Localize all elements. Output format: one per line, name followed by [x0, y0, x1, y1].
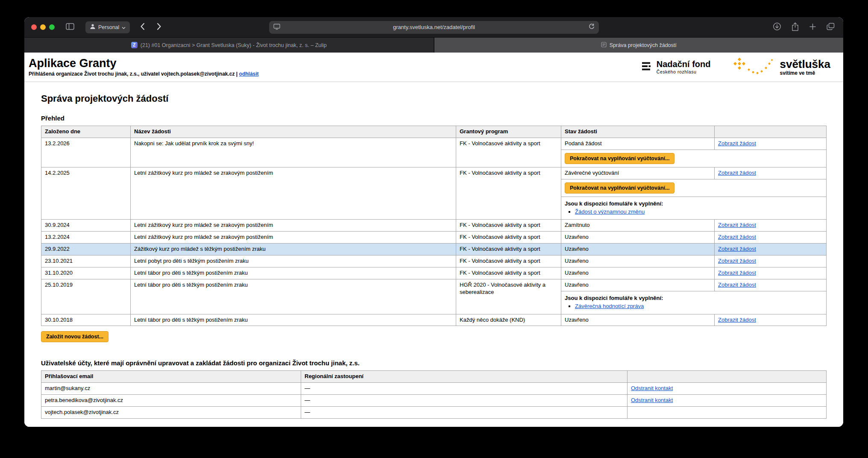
downloads-button[interactable] [771, 21, 783, 34]
svetluska-line1: světluška [780, 59, 830, 70]
cell-status: Uzavřeno [561, 244, 715, 255]
browser-titlebar: Personal granty.svetluska.net/zadatel/pr… [24, 17, 843, 37]
view-application-link[interactable]: Zobrazit žádost [718, 317, 756, 323]
cell-application-name: Letní zážitkový kurz pro mládež se zrako… [131, 232, 456, 244]
view-application-link[interactable]: Zobrazit žádost [718, 234, 756, 240]
cell-email: petra.benedikova@zivotjinak.cz [41, 395, 301, 407]
accounts-column-header [628, 371, 827, 383]
continue-settlement-button[interactable]: Pokračovat na vyplňování vyúčtování... [565, 153, 674, 164]
continue-settlement-button[interactable]: Pokračovat na vyplňování vyúčtování... [565, 182, 674, 194]
view-application-link[interactable]: Zobrazit žádost [718, 270, 756, 276]
zulip-favicon: Z [131, 42, 138, 48]
view-application-link[interactable]: Zobrazit žádost [718, 246, 756, 252]
cell-grant-program: HGŘ 2020 - Volnočasové aktivity a sebere… [456, 279, 561, 314]
overview-column-header: Založeno dne [41, 126, 131, 138]
cell-continue-settlement: Pokračovat na vyplňování vyúčtování... [561, 150, 827, 167]
back-button[interactable] [138, 21, 147, 33]
view-application-link[interactable]: Zobrazit žádost [718, 258, 756, 264]
new-tab-button[interactable] [807, 21, 818, 33]
cell-grant-program: FK - Volnočasové aktivity a sport [456, 255, 561, 267]
view-application-link[interactable]: Zobrazit žádost [718, 222, 756, 228]
cell-status: Uzavřeno [561, 267, 715, 279]
tab-bar: Z (21) #01 Organizacni > Grant Svetluska… [24, 37, 843, 53]
cell-application-name: Letní pobyt pro děti s těžkým postižením… [131, 255, 456, 267]
site-header-logos: Nadační fond Českého rozhlasu [642, 57, 833, 77]
sidebar-toggle-button[interactable] [64, 21, 76, 33]
share-icon [792, 22, 799, 32]
app-title: Aplikace Granty [29, 57, 259, 69]
overview-table: Založeno dneNázev žádostiGrantový progra… [41, 126, 827, 326]
svetluska-logo: světluška svítíme ve tmě [733, 57, 830, 77]
tab-label: (21) #01 Organizacni > Grant Svetluska (… [141, 42, 327, 48]
account-row: petra.benedikova@zivotjinak.cz—Odstranit… [41, 395, 827, 407]
reload-icon[interactable] [588, 23, 595, 31]
cell-status: Zamítnuto [561, 220, 715, 232]
cesky-rozhlas-icon [642, 61, 653, 73]
svetluska-dots-icon [733, 57, 775, 77]
toolbar-right-icons [771, 21, 836, 34]
cell-continue-settlement: Pokračovat na vyplňování vyúčtování... [561, 179, 827, 197]
cell-actions: Zobrazit žádost [715, 314, 827, 326]
share-button[interactable] [790, 21, 801, 34]
address-bar[interactable]: granty.svetluska.net/zadatel/profil [269, 21, 599, 34]
application-row: 25.10.2019Letní tábor pro děti s těžkým … [41, 279, 827, 291]
view-application-link[interactable]: Zobrazit žádost [718, 140, 756, 147]
cell-status: Závěrečné vyúčtování [561, 167, 715, 179]
chevron-right-icon [157, 23, 161, 32]
close-window-button[interactable] [31, 24, 37, 30]
account-row: martin@sukany.cz—Odstranit kontakt [41, 383, 827, 395]
minimize-window-button[interactable] [40, 24, 46, 30]
cell-created-date: 23.10.2021 [41, 255, 131, 267]
cell-account-actions: Odstranit kontakt [628, 395, 827, 407]
overview-heading: Přehled [41, 114, 826, 122]
zoom-window-button[interactable] [49, 24, 55, 30]
cell-email: vojtech.polasek@zivotjinak.cz [41, 407, 301, 419]
overview-column-header: Grantový program [456, 126, 561, 138]
page-favicon [601, 42, 607, 49]
cell-status: Uzavřeno [561, 279, 715, 291]
nadacni-fond-line2: Českého rozhlasu [657, 69, 711, 74]
page-content: Aplikace Granty Přihlášená organizace Ži… [24, 53, 843, 427]
new-request-button[interactable]: Založit novou žádost... [41, 331, 108, 342]
cell-account-actions [628, 407, 827, 419]
cell-application-name: Letní tábor pro děti s těžkým postižením… [131, 267, 456, 279]
form-link[interactable]: Závěrečná hodnotící zpráva [575, 303, 644, 309]
chevron-left-icon [140, 23, 145, 32]
cell-status: Uzavřeno [561, 255, 715, 267]
application-row: 31.10.2020Letní tábor pro děti s těžkým … [41, 267, 827, 279]
profile-button[interactable]: Personal [85, 21, 130, 33]
cell-application-name: Letní tábor pro děti s těžkým postižením… [131, 314, 456, 326]
view-application-link[interactable]: Zobrazit žádost [718, 282, 756, 288]
forms-list: Žádost o významnou změnu [575, 208, 823, 216]
cell-available-forms: Jsou k dispozici fomuláře k vyplnění:Záv… [561, 291, 827, 314]
cell-grant-program: FK - Volnočasové aktivity a sport [456, 267, 561, 279]
login-info: Přihlášená organizace Život trochu jinak… [29, 71, 259, 77]
application-row: 30.10.2018Letní tábor pro děti s těžkým … [41, 314, 827, 326]
remove-contact-link[interactable]: Odstranit kontakt [631, 397, 673, 403]
sidebar-icon [66, 23, 74, 31]
cell-status: Uzavřeno [561, 314, 715, 326]
window-controls [31, 24, 55, 30]
cell-status: Podaná žádost [561, 138, 715, 150]
remove-contact-link[interactable]: Odstranit kontakt [631, 385, 673, 391]
form-link[interactable]: Žádost o významnou změnu [575, 208, 645, 215]
cell-application-name: Letní zážitkový kurz pro mládež se zrako… [131, 167, 456, 220]
cell-grant-program: FK - Volnočasové aktivity a sport [456, 138, 561, 167]
tab-sprava-zadosti[interactable]: Správa projektových žádostí [434, 38, 844, 53]
tab-overview-button[interactable] [825, 21, 836, 33]
cell-created-date: 31.10.2020 [41, 267, 131, 279]
application-row: 23.10.2021Letní pobyt pro děti s těžkým … [41, 255, 827, 267]
url-text: granty.svetluska.net/zadatel/profil [280, 24, 588, 30]
cell-created-date: 13.2.2024 [41, 232, 131, 244]
overview-column-header [715, 126, 827, 138]
view-application-link[interactable]: Zobrazit žádost [718, 170, 756, 176]
forms-list-item: Závěrečná hodnotící zpráva [575, 303, 823, 310]
cell-email: martin@sukany.cz [41, 383, 301, 395]
chevron-down-icon [122, 24, 126, 30]
overview-column-header: Stav žádosti [561, 126, 715, 138]
logout-link[interactable]: odhlásit [239, 71, 259, 77]
cell-actions: Zobrazit žádost [715, 138, 827, 150]
download-icon [773, 22, 781, 32]
forward-button[interactable] [155, 21, 163, 33]
tab-zulip[interactable]: Z (21) #01 Organizacni > Grant Svetluska… [24, 38, 434, 53]
